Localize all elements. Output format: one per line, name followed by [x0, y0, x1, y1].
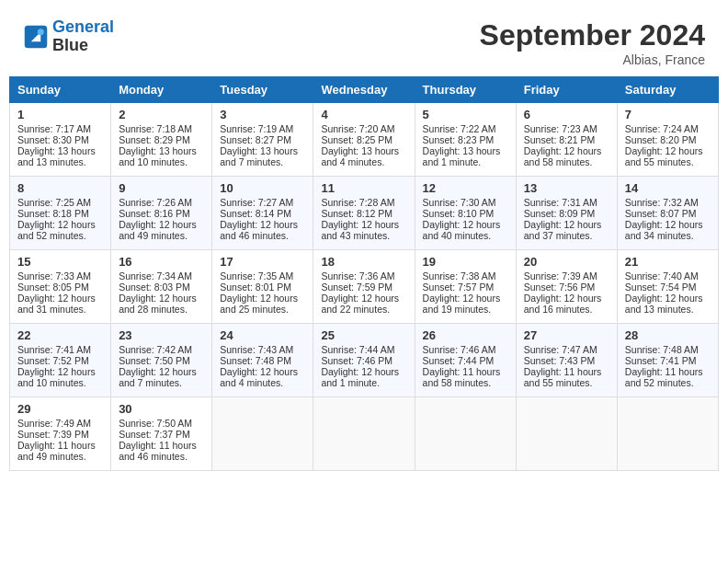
sunset-text: Sunset: 7:57 PM	[423, 282, 495, 293]
day-number: 24	[220, 328, 305, 342]
day-number: 8	[17, 181, 103, 195]
svg-point-2	[38, 29, 44, 35]
daylight-text: Daylight: 12 hours and 4 minutes.	[220, 366, 298, 388]
table-row	[617, 397, 718, 471]
sunrise-text: Sunrise: 7:33 AM	[17, 270, 91, 282]
sunset-text: Sunset: 7:44 PM	[423, 355, 495, 366]
day-number: 20	[524, 255, 609, 269]
daylight-text: Daylight: 12 hours and 58 minutes.	[524, 145, 602, 167]
table-row: 20Sunrise: 7:39 AMSunset: 7:56 PMDayligh…	[516, 250, 617, 324]
day-number: 27	[524, 328, 609, 342]
daylight-text: Daylight: 12 hours and 37 minutes.	[524, 219, 602, 241]
sunrise-text: Sunrise: 7:17 AM	[17, 123, 91, 134]
table-row: 8Sunrise: 7:25 AMSunset: 8:18 PMDaylight…	[10, 177, 111, 250]
sunrise-text: Sunrise: 7:38 AM	[423, 270, 496, 282]
day-number: 14	[625, 181, 711, 195]
day-number: 25	[321, 328, 406, 342]
page-header: GeneralBlue September 2024 Albias, Franc…	[9, 9, 719, 72]
daylight-text: Daylight: 12 hours and 10 minutes.	[17, 366, 96, 388]
col-sunday: Sunday	[10, 77, 111, 103]
daylight-text: Daylight: 12 hours and 49 minutes.	[119, 219, 197, 241]
day-number: 1	[17, 108, 103, 121]
calendar-week-row: 22Sunrise: 7:41 AMSunset: 7:52 PMDayligh…	[10, 324, 719, 397]
table-row: 26Sunrise: 7:46 AMSunset: 7:44 PMDayligh…	[415, 324, 516, 397]
sunset-text: Sunset: 7:52 PM	[17, 355, 89, 366]
day-number: 6	[524, 108, 609, 121]
sunset-text: Sunset: 7:43 PM	[524, 355, 596, 366]
calendar-week-row: 1Sunrise: 7:17 AMSunset: 8:30 PMDaylight…	[10, 103, 719, 177]
day-number: 23	[119, 328, 204, 342]
col-monday: Monday	[111, 77, 212, 103]
table-row: 30Sunrise: 7:50 AMSunset: 7:37 PMDayligh…	[111, 397, 212, 471]
day-number: 15	[17, 255, 103, 269]
table-row: 5Sunrise: 7:22 AMSunset: 8:23 PMDaylight…	[415, 103, 516, 177]
table-row: 9Sunrise: 7:26 AMSunset: 8:16 PMDaylight…	[111, 177, 212, 250]
table-row: 6Sunrise: 7:23 AMSunset: 8:21 PMDaylight…	[516, 103, 617, 177]
daylight-text: Daylight: 12 hours and 16 minutes.	[524, 293, 602, 315]
sunrise-text: Sunrise: 7:27 AM	[220, 197, 293, 208]
sunset-text: Sunset: 7:59 PM	[321, 282, 392, 293]
day-number: 18	[321, 255, 406, 269]
table-row: 3Sunrise: 7:19 AMSunset: 8:27 PMDaylight…	[212, 103, 313, 177]
sunset-text: Sunset: 7:56 PM	[524, 282, 596, 293]
daylight-text: Daylight: 11 hours and 58 minutes.	[423, 366, 501, 388]
daylight-text: Daylight: 12 hours and 31 minutes.	[17, 293, 96, 315]
daylight-text: Daylight: 12 hours and 22 minutes.	[321, 293, 399, 315]
daylight-text: Daylight: 11 hours and 46 minutes.	[119, 440, 197, 462]
sunset-text: Sunset: 8:09 PM	[524, 208, 596, 219]
sunrise-text: Sunrise: 7:46 AM	[423, 344, 496, 355]
sunrise-text: Sunrise: 7:25 AM	[17, 197, 91, 208]
daylight-text: Daylight: 12 hours and 34 minutes.	[625, 219, 703, 241]
table-row: 11Sunrise: 7:28 AMSunset: 8:12 PMDayligh…	[313, 177, 415, 250]
sunrise-text: Sunrise: 7:20 AM	[321, 123, 394, 134]
table-row: 1Sunrise: 7:17 AMSunset: 8:30 PMDaylight…	[10, 103, 111, 177]
sunset-text: Sunset: 8:14 PM	[220, 208, 291, 219]
logo-icon	[23, 24, 49, 50]
logo: GeneralBlue	[23, 18, 114, 55]
daylight-text: Daylight: 13 hours and 13 minutes.	[17, 145, 96, 167]
sunset-text: Sunset: 8:30 PM	[17, 134, 89, 145]
sunset-text: Sunset: 8:23 PM	[423, 134, 495, 145]
sunset-text: Sunset: 7:39 PM	[17, 429, 89, 440]
daylight-text: Daylight: 12 hours and 28 minutes.	[119, 293, 197, 315]
table-row: 27Sunrise: 7:47 AMSunset: 7:43 PMDayligh…	[516, 324, 617, 397]
title-block: September 2024 Albias, France	[480, 18, 705, 67]
table-row: 24Sunrise: 7:43 AMSunset: 7:48 PMDayligh…	[212, 324, 313, 397]
col-wednesday: Wednesday	[313, 77, 415, 103]
sunrise-text: Sunrise: 7:49 AM	[17, 418, 91, 429]
day-number: 7	[625, 108, 711, 121]
sunset-text: Sunset: 7:37 PM	[119, 429, 190, 440]
sunrise-text: Sunrise: 7:34 AM	[119, 270, 192, 282]
calendar-week-row: 29Sunrise: 7:49 AMSunset: 7:39 PMDayligh…	[10, 397, 719, 471]
sunset-text: Sunset: 7:46 PM	[321, 355, 392, 366]
sunset-text: Sunset: 7:50 PM	[119, 355, 190, 366]
day-number: 13	[524, 181, 609, 195]
sunrise-text: Sunrise: 7:32 AM	[625, 197, 699, 208]
sunset-text: Sunset: 8:03 PM	[119, 282, 190, 293]
day-number: 3	[220, 108, 305, 121]
sunset-text: Sunset: 8:16 PM	[119, 208, 190, 219]
sunset-text: Sunset: 7:41 PM	[625, 355, 697, 366]
header-row: Sunday Monday Tuesday Wednesday Thursday…	[10, 77, 719, 103]
daylight-text: Daylight: 12 hours and 13 minutes.	[625, 293, 703, 315]
day-number: 12	[423, 181, 508, 195]
sunrise-text: Sunrise: 7:22 AM	[423, 123, 496, 134]
sunset-text: Sunset: 8:05 PM	[17, 282, 89, 293]
day-number: 30	[119, 402, 204, 416]
daylight-text: Daylight: 11 hours and 55 minutes.	[524, 366, 602, 388]
month-title: September 2024	[480, 18, 705, 52]
sunset-text: Sunset: 8:10 PM	[423, 208, 495, 219]
daylight-text: Daylight: 12 hours and 25 minutes.	[220, 293, 298, 315]
sunrise-text: Sunrise: 7:47 AM	[524, 344, 597, 355]
table-row: 12Sunrise: 7:30 AMSunset: 8:10 PMDayligh…	[415, 177, 516, 250]
daylight-text: Daylight: 12 hours and 7 minutes.	[119, 366, 197, 388]
table-row: 15Sunrise: 7:33 AMSunset: 8:05 PMDayligh…	[10, 250, 111, 324]
calendar-week-row: 8Sunrise: 7:25 AMSunset: 8:18 PMDaylight…	[10, 177, 719, 250]
sunrise-text: Sunrise: 7:26 AM	[119, 197, 192, 208]
sunrise-text: Sunrise: 7:42 AM	[119, 344, 192, 355]
sunrise-text: Sunrise: 7:40 AM	[625, 270, 699, 282]
daylight-text: Daylight: 13 hours and 10 minutes.	[119, 145, 197, 167]
table-row: 18Sunrise: 7:36 AMSunset: 7:59 PMDayligh…	[313, 250, 415, 324]
table-row: 2Sunrise: 7:18 AMSunset: 8:29 PMDaylight…	[111, 103, 212, 177]
sunset-text: Sunset: 8:01 PM	[220, 282, 291, 293]
